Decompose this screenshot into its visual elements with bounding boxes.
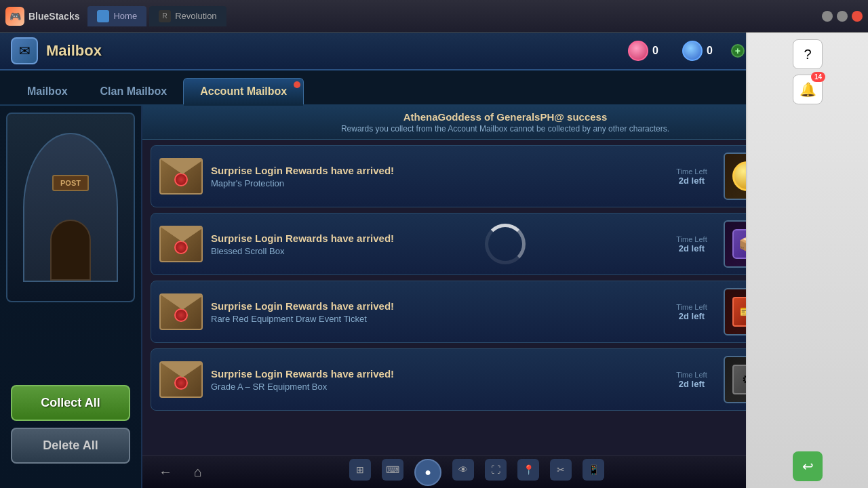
tab-clan-mailbox[interactable]: Clan Mailbox (84, 79, 184, 104)
mail-info-1: Surprise Login Rewards have arrived! Map… (211, 165, 660, 188)
blue-add-button[interactable]: + (731, 44, 745, 58)
post-sign: POST (52, 175, 89, 191)
mail-info-4: Surprise Login Rewards have arrived! Gra… (211, 368, 660, 392)
app-name: BlueStacks (28, 11, 79, 22)
bluestacks-logo: 🎮 BlueStacks (5, 7, 79, 26)
mail-subtitle-2: Blessed Scroll Box (211, 246, 660, 256)
mail-info-3: Surprise Login Rewards have arrived! Rar… (211, 300, 660, 324)
taskbar-icon-location[interactable]: 📍 (517, 459, 539, 481)
mail-title-1: Surprise Login Rewards have arrived! (211, 165, 660, 176)
mail-envelope-2 (159, 226, 203, 262)
blue-currency-value: 0 (707, 45, 727, 57)
envelope-seal-3 (174, 308, 188, 322)
tab-home-label: Home (113, 11, 137, 21)
mail-time-3: Time Left 2d left (668, 303, 715, 321)
bs-right-panel: ? 🔔 14 ↩ (746, 33, 868, 488)
bs-logo-icon: 🎮 (5, 7, 24, 26)
post-door (50, 220, 91, 281)
bs-icon-question[interactable]: ? (793, 39, 823, 69)
revolution-tab-icon: R (159, 10, 171, 22)
mail-title-3: Surprise Login Rewards have arrived! (211, 300, 660, 312)
bs-icon-notification-badge: 🔔 14 (793, 75, 823, 104)
game-header: ✉ Mailbox 0 0 + 1,000 + ↩ (0, 33, 868, 70)
mailbox-header-icon: ✉ (11, 37, 38, 64)
currency-blue: 0 + (682, 41, 745, 61)
mail-title-2: Surprise Login Rewards have arrived! (211, 232, 660, 244)
minimize-button[interactable] (822, 11, 833, 22)
tab-account-mailbox[interactable]: Account Mailbox (183, 78, 304, 104)
collect-all-button[interactable]: Collect All (11, 385, 130, 421)
page-title: Mailbox (46, 42, 102, 60)
tab-mailbox[interactable]: Mailbox (11, 79, 84, 104)
tab-revolution[interactable]: R Revolution (149, 6, 226, 26)
taskbar-icon-view[interactable]: 👁 (452, 459, 474, 481)
taskbar-icon-fullscreen[interactable]: ⛶ (485, 459, 507, 481)
titlebar: 🎮 BlueStacks Home R Revolution (0, 0, 868, 33)
taskbar-center: ⊞ ⌨ ● 👁 ⛶ 📍 ✂ 📱 (221, 459, 732, 486)
left-sidebar: POST Collect All Delete All (0, 106, 142, 488)
sidebar-buttons: Collect All Delete All (0, 374, 141, 474)
mail-subtitle-4: Grade A – SR Equipment Box (211, 382, 660, 392)
post-office-decoration: POST (6, 113, 135, 302)
pink-currency-value: 0 (652, 45, 673, 57)
taskbar-icon-keyboard[interactable]: ⌨ (382, 459, 403, 481)
tabs-row: Mailbox Clan Mailbox Account Mailbox Mai… (0, 70, 868, 106)
tab-revolution-label: Revolution (175, 11, 216, 21)
mail-subtitle-1: Maphr's Protection (211, 178, 660, 188)
home-tab-icon (97, 10, 109, 22)
window-controls (822, 11, 863, 22)
pink-currency-icon (628, 41, 648, 61)
mail-time-1: Time Left 2d left (668, 167, 715, 186)
envelope-seal-1 (174, 173, 188, 186)
mail-time-4: Time Left 2d left (668, 371, 715, 389)
bs-equip-panel-btn[interactable]: ↩ (793, 451, 823, 481)
currency-pink: 0 (628, 41, 673, 61)
post-office-arch: POST (23, 133, 118, 282)
mail-envelope-1 (159, 158, 203, 195)
back-button[interactable]: ← (156, 463, 175, 482)
mail-envelope-4 (159, 361, 203, 398)
mail-info-2: Surprise Login Rewards have arrived! Ble… (211, 232, 660, 256)
taskbar-icon-scissors[interactable]: ✂ (550, 459, 572, 481)
taskbar: ← ⌂ ⊞ ⌨ ● 👁 ⛶ 📍 ✂ 📱 (142, 455, 746, 488)
mail-time-2: Time Left 2d left (668, 235, 715, 253)
mail-title-4: Surprise Login Rewards have arrived! (211, 368, 660, 380)
envelope-seal-4 (174, 376, 188, 390)
blue-currency-icon (682, 41, 703, 61)
close-button[interactable] (852, 11, 863, 22)
game-window: ✉ Mailbox 0 0 + 1,000 + ↩ (0, 33, 868, 488)
delete-all-button[interactable]: Delete All (11, 428, 130, 464)
envelope-seal-2 (174, 241, 188, 254)
taskbar-icon-grid[interactable]: ⊞ (349, 459, 371, 481)
mail-envelope-3 (159, 293, 203, 330)
tab-home[interactable]: Home (87, 6, 146, 26)
tab-notification-dot (294, 81, 300, 88)
main-area: ✉ Mailbox 0 0 + 1,000 + ↩ (0, 33, 868, 488)
notification-badge-count: 14 (811, 72, 825, 82)
maximize-button[interactable] (837, 11, 848, 22)
mail-subtitle-3: Rare Red Equipment Draw Event Ticket (211, 314, 660, 324)
taskbar-active-app[interactable]: ● (414, 459, 441, 486)
home-button[interactable]: ⌂ (189, 463, 208, 482)
taskbar-icon-device[interactable]: 📱 (583, 459, 604, 481)
content-area: POST Collect All Delete All AthenaGoddes… (0, 106, 868, 488)
